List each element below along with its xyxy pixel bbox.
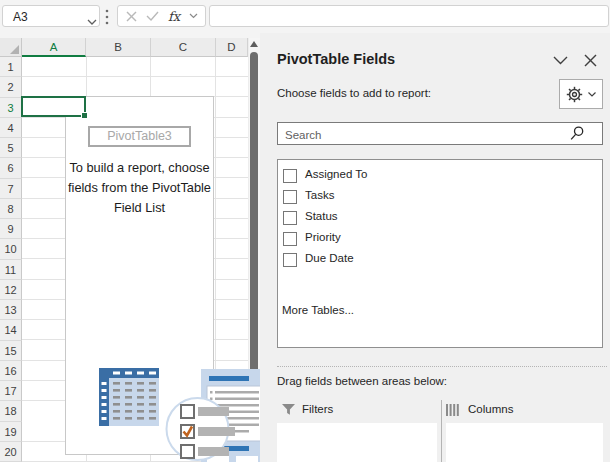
row-header-5[interactable]: 5 (0, 138, 22, 158)
row-header-8[interactable]: 8 (0, 199, 22, 219)
row-header-19[interactable]: 19 (0, 422, 22, 442)
pivot-placeholder: PivotTable3 To build a report, choose fi… (65, 96, 214, 455)
search-input[interactable] (283, 125, 577, 144)
field-item-status[interactable]: Status (278, 209, 602, 230)
row-header-6[interactable]: 6 (0, 158, 22, 178)
column-header-b[interactable]: B (86, 38, 151, 57)
field-label: Priority (305, 231, 341, 243)
field-item-priority[interactable]: Priority (278, 230, 602, 251)
area-divider (441, 400, 442, 462)
insert-function-button[interactable]: fx (168, 9, 180, 24)
cancel-icon[interactable] (126, 11, 137, 22)
column-header-d[interactable]: D (216, 38, 248, 57)
field-checkbox[interactable] (283, 190, 297, 204)
more-tables-link[interactable]: More Tables... (282, 304, 354, 316)
drag-hint-label: Drag fields between areas below: (277, 375, 447, 387)
vertical-dots-icon[interactable] (105, 9, 109, 25)
chevron-down-icon[interactable] (189, 13, 198, 19)
row-header-16[interactable]: 16 (0, 361, 22, 381)
enter-check-icon[interactable] (146, 11, 159, 21)
filters-area-label: Filters (302, 403, 333, 415)
pivot-instructions: To build a report, choose fields from th… (66, 158, 213, 218)
filter-icon (282, 404, 295, 416)
chevron-down-icon (588, 92, 596, 97)
excel-window: A3 fx ABCD 12345678910111213141516171819… (0, 0, 610, 462)
row-header-1[interactable]: 1 (0, 57, 22, 77)
column-header-c[interactable]: C (151, 38, 216, 57)
row-header-4[interactable]: 4 (0, 118, 22, 138)
field-label: Status (305, 210, 338, 222)
row-header-11[interactable]: 11 (0, 260, 22, 280)
row-header-3[interactable]: 3 (0, 98, 22, 118)
row-header-9[interactable]: 9 (0, 219, 22, 239)
field-checkbox[interactable] (283, 232, 297, 246)
selected-cell-a3[interactable] (21, 96, 86, 117)
search-icon[interactable] (570, 126, 584, 141)
gear-icon (566, 86, 583, 103)
name-box-value: A3 (13, 10, 28, 24)
columns-icon (446, 404, 459, 416)
fill-handle[interactable] (81, 112, 88, 119)
row-header-7[interactable]: 7 (0, 179, 22, 199)
scroll-up-arrow-icon[interactable] (250, 41, 258, 47)
pane-title: PivotTable Fields (277, 51, 395, 67)
chevron-down-icon[interactable] (553, 56, 568, 65)
tools-gear-button[interactable] (559, 79, 603, 109)
field-checkbox[interactable] (283, 211, 297, 225)
select-all-triangle-icon (10, 45, 19, 54)
field-item-tasks[interactable]: Tasks (278, 188, 602, 209)
row-header-12[interactable]: 12 (0, 280, 22, 300)
formula-input[interactable] (215, 7, 599, 27)
field-item-assigned-to[interactable]: Assigned To (278, 167, 602, 188)
row-header-13[interactable]: 13 (0, 300, 22, 320)
field-list: More Tables... Assigned ToTasksStatusPri… (277, 159, 603, 348)
close-icon[interactable] (584, 54, 597, 67)
formula-buttons-group: fx (117, 5, 206, 27)
pane-separator (277, 366, 607, 367)
row-header-15[interactable]: 15 (0, 341, 22, 361)
row-header-20[interactable]: 20 (0, 442, 22, 462)
row-header-10[interactable]: 10 (0, 239, 22, 259)
columns-drop-zone[interactable] (446, 423, 603, 462)
row-header-14[interactable]: 14 (0, 320, 22, 340)
field-label: Due Date (305, 252, 354, 264)
row-header-18[interactable]: 18 (0, 401, 22, 421)
pivottable-fields-pane: PivotTable Fields Choose fields to add t… (260, 33, 610, 462)
field-label: Tasks (305, 189, 334, 201)
select-all-corner[interactable] (0, 38, 22, 57)
name-box[interactable]: A3 (2, 5, 100, 27)
chevron-down-icon[interactable] (87, 19, 97, 25)
pivot-illustration-icon (96, 362, 276, 462)
choose-fields-label: Choose fields to add to report: (277, 87, 431, 99)
field-label: Assigned To (305, 168, 367, 180)
field-checkbox[interactable] (283, 253, 297, 267)
field-checkbox[interactable] (283, 169, 297, 183)
row-header-2[interactable]: 2 (0, 77, 22, 97)
pivot-name-box: PivotTable3 (88, 126, 191, 147)
column-header-a[interactable]: A (22, 38, 86, 57)
columns-area-label: Columns (468, 403, 513, 415)
filters-drop-zone[interactable] (277, 423, 437, 462)
row-header-17[interactable]: 17 (0, 381, 22, 401)
field-item-due-date[interactable]: Due Date (278, 251, 602, 272)
